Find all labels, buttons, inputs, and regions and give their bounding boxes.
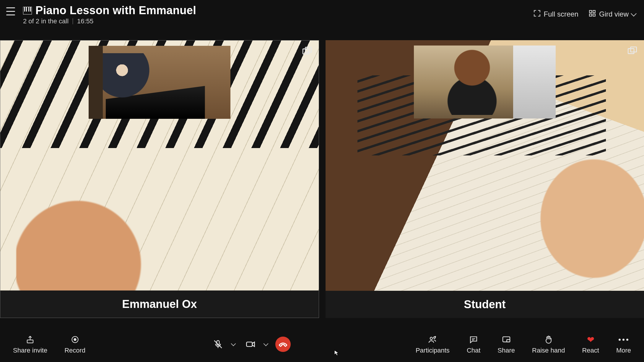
header-right: Full screen Gird view [533, 4, 636, 19]
react-label: React [582, 347, 599, 354]
toolbar-right: Participants Chat Share Raise hand [416, 334, 631, 354]
pip-student[interactable] [414, 46, 556, 118]
svg-rect-9 [303, 49, 309, 54]
grid-view-button[interactable]: Gird view [588, 9, 636, 19]
video-tile-emmanuel[interactable]: Emmanuel Ox [0, 40, 319, 318]
record-button[interactable]: Record [64, 334, 85, 354]
separator [73, 18, 73, 24]
react-button[interactable]: ❤ React [582, 334, 599, 354]
raise-hand-label: Raise hand [532, 347, 565, 354]
svg-rect-17 [247, 342, 253, 347]
video-call-window: Piano Lesson with Emmanuel 2 of 2 in the… [0, 0, 644, 362]
call-toolbar: Share invite Record [0, 327, 644, 362]
svg-rect-7 [589, 14, 592, 16]
record-label: Record [64, 347, 85, 354]
participants-status: 2 of 2 in the call [23, 17, 69, 25]
participant-name: Emmanuel Ox [0, 290, 319, 318]
video-feed-student [326, 40, 644, 291]
participants-icon [428, 334, 437, 345]
svg-rect-13 [27, 340, 33, 343]
grid-view-label: Gird view [599, 10, 629, 18]
svg-point-15 [74, 338, 76, 341]
chevron-down-icon [631, 11, 637, 17]
more-button[interactable]: More [616, 334, 631, 354]
fullscreen-label: Full screen [544, 10, 578, 18]
svg-rect-5 [589, 10, 592, 13]
share-invite-label: Share invite [13, 347, 47, 354]
video-grid: Emmanuel Ox Student [0, 40, 644, 327]
fullscreen-icon [533, 9, 541, 19]
svg-rect-8 [593, 14, 595, 16]
video-feed-emmanuel [0, 40, 319, 290]
call-duration: 16:55 [77, 17, 93, 25]
piano-icon [23, 7, 32, 14]
chat-icon [469, 334, 478, 345]
toolbar-left: Share invite Record [13, 334, 85, 354]
svg-rect-21 [507, 340, 510, 342]
svg-rect-12 [631, 47, 637, 52]
svg-rect-2 [26, 7, 27, 12]
call-title-block: Piano Lesson with Emmanuel 2 of 2 in the… [23, 4, 196, 25]
share-invite-button[interactable]: Share invite [13, 334, 47, 354]
share-invite-icon [26, 334, 35, 345]
video-tile-student[interactable]: Student [326, 40, 644, 318]
camera-toggle-button[interactable] [243, 337, 258, 352]
share-button[interactable]: Share [497, 334, 515, 354]
mic-options-chevron[interactable] [231, 341, 236, 346]
toolbar-center [210, 337, 291, 352]
grid-icon [588, 9, 596, 19]
menu-button[interactable] [4, 4, 18, 18]
chat-label: Chat [467, 347, 480, 354]
heart-icon: ❤ [587, 334, 594, 345]
header: Piano Lesson with Emmanuel 2 of 2 in the… [0, 0, 644, 32]
popout-button[interactable] [302, 46, 312, 58]
raise-hand-button[interactable]: Raise hand [532, 334, 565, 354]
header-left: Piano Lesson with Emmanuel 2 of 2 in the… [4, 4, 196, 25]
mic-toggle-button[interactable] [210, 337, 226, 352]
participants-button[interactable]: Participants [416, 334, 450, 354]
raise-hand-icon [544, 334, 553, 345]
call-title: Piano Lesson with Emmanuel [35, 4, 196, 17]
svg-point-18 [430, 337, 432, 340]
pip-emmanuel[interactable] [89, 46, 230, 119]
share-label: Share [497, 347, 515, 354]
more-icon [619, 334, 628, 345]
record-icon [71, 334, 79, 345]
camera-options-chevron[interactable] [264, 341, 269, 346]
svg-rect-4 [30, 7, 31, 12]
more-label: More [616, 347, 631, 354]
popout-button[interactable] [627, 46, 637, 57]
svg-rect-1 [24, 7, 25, 12]
svg-rect-3 [28, 7, 29, 12]
fullscreen-button[interactable]: Full screen [533, 9, 578, 19]
chat-button[interactable]: Chat [467, 334, 480, 354]
svg-rect-6 [593, 10, 595, 13]
hangup-button[interactable] [275, 337, 291, 352]
participants-label: Participants [416, 347, 450, 354]
participant-name: Student [326, 291, 644, 318]
share-screen-icon [502, 334, 511, 345]
